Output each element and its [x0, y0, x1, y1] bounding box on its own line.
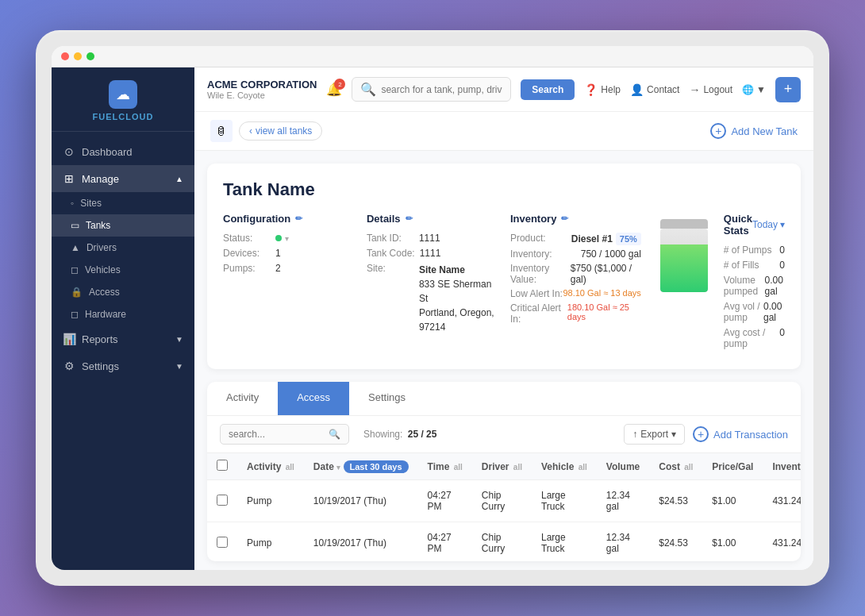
tab-activity[interactable]: Activity	[207, 382, 278, 415]
table-search-input[interactable]	[229, 429, 324, 440]
avg-vol-stat-label: Avg vol / pump	[724, 301, 763, 323]
contact-icon: 👤	[630, 83, 644, 96]
sidebar-item-settings[interactable]: ⚙ Settings ▼	[52, 352, 194, 379]
sidebar-item-drivers[interactable]: ▲ Drivers	[52, 237, 194, 259]
export-button[interactable]: ↑ Export ▾	[624, 424, 685, 445]
cost-all-filter[interactable]: all	[684, 463, 693, 472]
view-all-tanks-link[interactable]: ‹ view all tanks	[239, 121, 322, 141]
configuration-section: Configuration ✏ Status: ▾	[223, 213, 354, 353]
add-new-tank-button[interactable]: + Add New Tank	[710, 123, 798, 139]
quick-stats-section: Quick Stats Today ▾ # of Pumps 0	[724, 213, 785, 353]
tabs-bar: Activity Access Settings	[207, 382, 801, 416]
vol-stat-label: Volume pumped	[724, 275, 765, 297]
time-all-filter[interactable]: all	[454, 463, 463, 472]
logout-button[interactable]: → Logout	[689, 83, 732, 96]
sidebar-item-sites[interactable]: ◦ Sites	[52, 192, 194, 214]
add-transaction-button[interactable]: + Add Transaction	[693, 426, 788, 442]
row-cost: $24.53	[649, 522, 702, 562]
row-driver: Chip Curry	[472, 480, 532, 522]
bottom-spacer	[194, 561, 813, 570]
row-driver: Chip Curry	[472, 522, 532, 562]
row-checkbox[interactable]	[217, 495, 228, 506]
logo-area: ☁ FUELCLOUD	[52, 67, 194, 132]
lang-arrow: ▼	[756, 84, 766, 95]
today-filter-button[interactable]: Today ▾	[752, 219, 785, 230]
avg-vol-stat-value: 0.00 gal	[763, 301, 785, 323]
help-label: Help	[601, 84, 621, 95]
stat-avg-cost-row: Avg cost / pump 0	[724, 327, 785, 349]
sidebar-item-manage[interactable]: ⊞ Manage ▲	[52, 165, 194, 192]
sidebar-label-drivers: Drivers	[86, 242, 117, 253]
row-cb	[207, 522, 237, 562]
col-activity: Activity all	[237, 453, 304, 480]
vehicle-all-filter[interactable]: all	[579, 463, 587, 472]
settings-arrow: ▼	[175, 362, 183, 371]
search-input[interactable]	[381, 84, 502, 95]
today-label: Today	[752, 219, 778, 230]
add-circle-icon: +	[710, 123, 726, 139]
tab-access[interactable]: Access	[278, 382, 349, 415]
tankid-label: Tank ID:	[367, 233, 414, 244]
search-icon: 🔍	[360, 82, 376, 97]
row-checkbox[interactable]	[217, 537, 228, 548]
tankid-value: 1111	[419, 233, 440, 244]
inv-low-alert-row: Low Alert In: 98.10 Gal ≈ 13 days	[510, 288, 641, 299]
inv-product-row: Product: Diesel #1 75%	[510, 233, 641, 245]
site-info: Site Name 833 SE Sherman St Portland, Or…	[419, 263, 498, 334]
col-time: Time all	[418, 453, 472, 480]
details-edit-icon[interactable]: ✏	[406, 214, 413, 224]
company-name: ACME CORPORATION	[207, 79, 317, 90]
tank-sections: Configuration ✏ Status: ▾	[223, 213, 785, 353]
sidebar-item-hardware[interactable]: ◻ Hardware	[52, 303, 194, 325]
col-inv-after: Inventory After	[763, 453, 801, 480]
col-cost: Cost all	[649, 453, 702, 480]
tankcode-label: Tank Code:	[367, 248, 415, 259]
search-button[interactable]: Search	[521, 79, 575, 100]
table-container: Activity all Date ▾ Last 30 days Time al…	[207, 453, 801, 561]
config-pumps-row: Pumps: 2	[223, 263, 354, 274]
row-price-gal: $1.00	[702, 522, 763, 562]
export-dropdown-icon: ▾	[671, 429, 676, 440]
language-selector[interactable]: 🌐 ▼	[742, 84, 766, 95]
tab-settings[interactable]: Settings	[349, 382, 425, 415]
inventory-edit-icon[interactable]: ✏	[561, 214, 568, 224]
sidebar-item-vehicles[interactable]: ◻ Vehicles	[52, 259, 194, 281]
sidebar-item-dashboard[interactable]: ⊙ Dashboard	[52, 138, 194, 165]
date-sort-icon[interactable]: ▾	[336, 464, 340, 472]
access-lock-icon: 🔒	[71, 287, 83, 298]
inv-quantity-row: Inventory: 750 / 1000 gal	[510, 248, 641, 260]
tank-visual	[654, 213, 714, 297]
status-label: Status:	[223, 233, 271, 244]
status-arrow: ▾	[285, 234, 289, 243]
sidebar-item-access[interactable]: 🔒 Access	[52, 281, 194, 303]
date-filter-badge[interactable]: Last 30 days	[344, 460, 409, 473]
fills-stat-value: 0	[779, 260, 785, 271]
reports-icon: 📊	[63, 333, 75, 345]
activity-table: Activity all Date ▾ Last 30 days Time al…	[207, 453, 801, 561]
sidebar-item-reports[interactable]: 📊 Reports ▼	[52, 325, 194, 352]
inv-value-value: $750 ($1,000 / gal)	[571, 263, 641, 285]
product-value: Diesel #1	[571, 233, 613, 244]
row-volume: 12.34 gal	[597, 480, 649, 522]
col-date: Date ▾ Last 30 days	[304, 453, 418, 480]
config-edit-icon[interactable]: ✏	[295, 214, 302, 224]
help-button[interactable]: ❓ Help	[584, 83, 621, 96]
row-date: 10/19/2017 (Thu)	[304, 480, 418, 522]
driver-all-filter[interactable]: all	[513, 463, 522, 472]
table-row: Pump 10/19/2017 (Thu) 04:27 PM Chip Curr…	[207, 522, 801, 562]
select-all-checkbox[interactable]	[217, 460, 228, 471]
contact-label: Contact	[647, 84, 679, 95]
sidebar-label-access: Access	[89, 287, 120, 298]
dashboard-icon: ⊙	[63, 145, 75, 158]
notification-button[interactable]: 🔔 2	[326, 82, 342, 97]
topbar-actions: ❓ Help 👤 Contact → Logout 🌐	[584, 77, 801, 102]
activity-all-filter[interactable]: all	[286, 463, 294, 472]
reports-arrow: ▼	[175, 335, 183, 344]
contact-button[interactable]: 👤 Contact	[630, 83, 679, 96]
tank-body	[660, 229, 708, 292]
view-all-label: view all tanks	[256, 125, 312, 137]
global-add-button[interactable]: +	[775, 77, 801, 102]
col-checkbox	[207, 453, 237, 480]
sidebar-item-tanks[interactable]: ▭ Tanks	[52, 214, 194, 237]
logout-icon: →	[689, 83, 700, 96]
